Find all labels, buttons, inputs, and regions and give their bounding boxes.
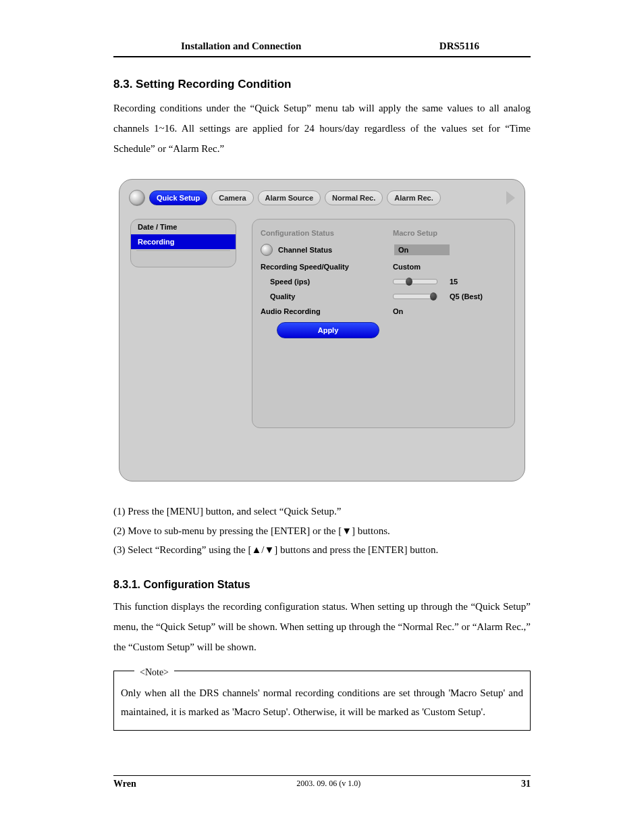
tab-alarm-rec[interactable]: Alarm Rec. bbox=[387, 190, 440, 205]
value-channel-status[interactable]: On bbox=[394, 244, 450, 255]
label-speed: Speed (ips) bbox=[261, 278, 393, 286]
header-left: Installation and Connection bbox=[181, 41, 301, 52]
sidebar-item-date-time[interactable]: Date / Time bbox=[131, 219, 236, 234]
page-footer: Wren 2003. 09. 06 (v 1.0) 31 bbox=[113, 775, 531, 789]
value-audio-recording: On bbox=[393, 307, 403, 315]
slider-thumb-icon[interactable] bbox=[406, 278, 412, 286]
value-speed: 15 bbox=[450, 278, 458, 286]
footer-version: 2003. 09. 06 (v 1.0) bbox=[296, 779, 360, 789]
tab-bar: Quick Setup Camera Alarm Source Normal R… bbox=[129, 190, 515, 206]
main-panel: Configuration Status Macro Setup Channel… bbox=[252, 219, 515, 428]
value-rec-speed-quality: Custom bbox=[393, 263, 421, 271]
nav-next-icon[interactable] bbox=[506, 191, 515, 205]
header-right: DRS5116 bbox=[439, 41, 529, 52]
label-config-status: Configuration Status bbox=[261, 229, 393, 237]
section-paragraph: Recording conditions under the “Quick Se… bbox=[113, 98, 531, 159]
slider-thumb-icon[interactable] bbox=[430, 292, 437, 301]
label-channel-status: Channel Status bbox=[278, 246, 394, 254]
settings-dialog: Quick Setup Camera Alarm Source Normal R… bbox=[119, 179, 525, 481]
header-rule bbox=[113, 56, 531, 57]
step-1: (1) Press the [MENU] button, and select … bbox=[113, 502, 531, 521]
label-macro-setup: Macro Setup bbox=[393, 229, 437, 237]
section-title: 8.3. Setting Recording Condition bbox=[113, 78, 531, 91]
subsection-title: 8.3.1. Configuration Status bbox=[113, 579, 531, 591]
note-box: <Note> Only when all the DRS channels' n… bbox=[113, 671, 531, 731]
label-audio-recording: Audio Recording bbox=[261, 307, 393, 315]
step-3: (3) Select “Recording” using the [▲/▼] b… bbox=[113, 540, 531, 560]
value-quality: Q5 (Best) bbox=[450, 292, 483, 301]
tab-alarm-source[interactable]: Alarm Source bbox=[258, 190, 321, 205]
note-text: Only when all the DRS channels' normal r… bbox=[121, 687, 523, 718]
slider-speed[interactable] bbox=[393, 279, 437, 284]
label-quality: Quality bbox=[261, 292, 393, 301]
knob-icon[interactable] bbox=[261, 244, 273, 256]
sidebar-separator-icon bbox=[136, 251, 230, 252]
footer-page-number: 31 bbox=[521, 779, 531, 789]
nav-prev-icon[interactable] bbox=[129, 190, 145, 206]
tab-camera[interactable]: Camera bbox=[211, 190, 253, 205]
step-2: (2) Move to sub-menu by pressing the [EN… bbox=[113, 521, 531, 541]
apply-button[interactable]: Apply bbox=[277, 322, 379, 338]
tab-normal-rec[interactable]: Normal Rec. bbox=[325, 190, 383, 205]
subsection-paragraph: This function displays the recording con… bbox=[113, 596, 531, 657]
tab-quick-setup[interactable]: Quick Setup bbox=[149, 190, 207, 205]
note-label: <Note> bbox=[134, 664, 174, 682]
footer-brand: Wren bbox=[113, 779, 136, 789]
label-rec-speed-quality: Recording Speed/Quality bbox=[261, 263, 393, 271]
slider-quality[interactable] bbox=[393, 294, 437, 299]
sidebar-panel: Date / Time Recording bbox=[130, 219, 236, 267]
sidebar-item-recording[interactable]: Recording bbox=[131, 234, 236, 249]
